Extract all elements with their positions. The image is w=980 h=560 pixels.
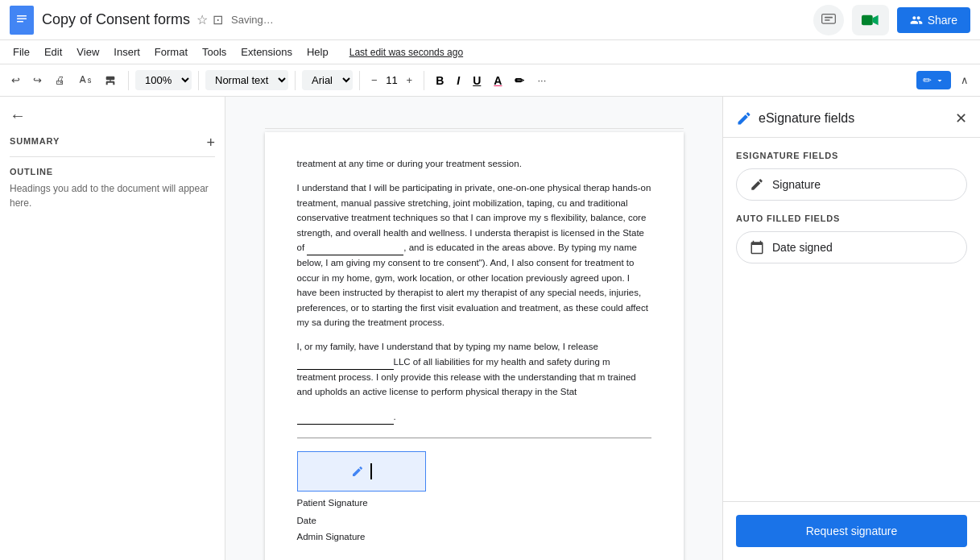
blank-state (307, 240, 403, 255)
menu-insert[interactable]: Insert (107, 43, 147, 61)
signature-field-label: Signature (772, 178, 821, 191)
calendar-icon (750, 240, 764, 255)
paragraph-4: . (297, 409, 651, 425)
signature-input-box[interactable] (297, 451, 426, 492)
svg-rect-5 (825, 16, 833, 18)
font-decrease-button[interactable]: − (366, 71, 382, 89)
esignature-panel: eSignature fields ✕ ESIGNATURE FIELDS Si… (722, 97, 980, 560)
svg-rect-3 (17, 21, 23, 23)
sidebar-back-button[interactable]: ← (10, 106, 215, 125)
paragraph-3: I, or my family, have I understand that … (297, 339, 651, 400)
paragraph-2: I understand that I will be participatin… (297, 180, 651, 330)
blank-name (297, 409, 394, 425)
signature-field-item[interactable]: Signature (736, 168, 967, 201)
svg-rect-1 (17, 15, 27, 17)
toolbar-divider-1 (128, 71, 129, 90)
esignature-panel-header: eSignature fields ✕ (723, 97, 980, 138)
toolbar-divider-3 (295, 71, 296, 90)
more-options-button[interactable]: ··· (532, 71, 551, 89)
signature-block: Patient Signature (297, 451, 426, 508)
menu-tools[interactable]: Tools (196, 43, 233, 61)
summary-add-button[interactable]: + (206, 135, 215, 151)
document-page: treatment at any time or during your tre… (265, 113, 684, 544)
font-size-display: 11 (384, 74, 400, 86)
last-edit-text[interactable]: Last edit was seconds ago (343, 44, 469, 61)
outline-title: OUTLINE (10, 167, 215, 176)
highlight-active-button[interactable]: ✏ (916, 71, 951, 89)
italic-button[interactable]: I (452, 71, 465, 90)
esignature-panel-body: ESIGNATURE FIELDS Signature AUTO FILLED … (723, 138, 980, 501)
menu-edit[interactable]: Edit (38, 43, 68, 61)
date-signed-field-item[interactable]: Date signed (736, 231, 967, 263)
undo-button[interactable]: ↩ (6, 71, 25, 89)
summary-section: SUMMARY + (10, 135, 215, 147)
top-right-actions: Share (813, 5, 970, 35)
patient-signature-label: Patient Signature (297, 498, 426, 508)
share-button[interactable]: Share (897, 7, 970, 33)
font-size-controls: − 11 + (366, 71, 417, 89)
esignature-close-button[interactable]: ✕ (955, 110, 967, 127)
admin-signature-label: Admin Signature (297, 532, 651, 541)
menu-format[interactable]: Format (148, 43, 194, 61)
paint-format-button[interactable] (99, 71, 122, 90)
text-cursor (370, 463, 372, 479)
admin-field: Admin Signature (297, 532, 651, 541)
sidebar-divider (10, 156, 215, 157)
toolbar-divider-5 (424, 71, 424, 90)
svg-rect-4 (821, 14, 835, 23)
esignature-pen-icon (736, 110, 752, 127)
svg-marker-8 (872, 15, 878, 24)
spell-check-button[interactable] (73, 71, 96, 90)
doc-icon (10, 6, 34, 35)
toolbar-divider-2 (198, 71, 199, 90)
outline-hint-text: Headings you add to the document will ap… (10, 181, 215, 210)
esignature-panel-title: eSignature fields (759, 111, 854, 126)
menu-bar: File Edit View Insert Format Tools Exten… (0, 40, 980, 64)
esignature-panel-footer: Request signature (723, 501, 980, 560)
date-signed-field-label: Date signed (772, 241, 833, 254)
ruler (265, 113, 684, 129)
section-divider (297, 438, 651, 438)
signature-area[interactable]: Patient Signature (297, 451, 651, 508)
share-label: Share (928, 14, 957, 27)
zoom-select[interactable]: 100% (135, 70, 192, 90)
svg-rect-0 (14, 11, 29, 29)
highlight-color-button[interactable]: ✏ (510, 71, 529, 90)
drive-icon[interactable]: ⊡ (213, 12, 223, 27)
document-title: Copy of Consent forms (42, 11, 190, 28)
font-select[interactable]: Arial (302, 70, 353, 90)
menu-help[interactable]: Help (300, 43, 335, 61)
pen-icon (351, 465, 364, 478)
print-button[interactable]: 🖨 (50, 71, 70, 89)
toolbar: ↩ ↪ 🖨 100% Normal text Arial − 11 + B I … (0, 64, 980, 97)
bold-button[interactable]: B (431, 71, 449, 90)
summary-title: SUMMARY (10, 136, 60, 146)
redo-button[interactable]: ↪ (28, 71, 47, 89)
meet-button[interactable] (852, 5, 889, 35)
menu-extensions[interactable]: Extensions (234, 43, 299, 61)
document-area[interactable]: treatment at any time or during your tre… (225, 97, 722, 560)
request-signature-button[interactable]: Request signature (736, 515, 967, 547)
star-icon[interactable]: ☆ (196, 12, 208, 27)
svg-rect-6 (825, 19, 830, 21)
font-increase-button[interactable]: + (402, 71, 418, 89)
document-text: treatment at any time or during your tre… (297, 156, 651, 425)
underline-button[interactable]: U (468, 71, 486, 90)
top-bar: Copy of Consent forms ☆ ⊡ Saving… Share (0, 0, 980, 40)
text-color-button[interactable]: A (489, 71, 507, 90)
doc-page[interactable]: treatment at any time or during your tre… (265, 132, 684, 560)
signature-field-pen-icon (750, 177, 764, 192)
style-select[interactable]: Normal text (205, 70, 288, 90)
chat-button[interactable] (813, 5, 844, 35)
toolbar-right: ✏ ∧ (916, 71, 974, 89)
title-icons: ☆ ⊡ (196, 12, 223, 27)
date-label: Date (297, 516, 651, 525)
esig-fields-section-label: ESIGNATURE FIELDS (736, 151, 967, 160)
svg-rect-7 (862, 15, 873, 24)
esignature-title-row: eSignature fields (736, 110, 854, 127)
saving-indicator: Saving… (231, 14, 274, 26)
menu-file[interactable]: File (6, 43, 36, 61)
menu-view[interactable]: View (70, 43, 105, 61)
paragraph-1: treatment at any time or during your tre… (297, 156, 651, 171)
collapse-toolbar-button[interactable]: ∧ (956, 71, 974, 89)
